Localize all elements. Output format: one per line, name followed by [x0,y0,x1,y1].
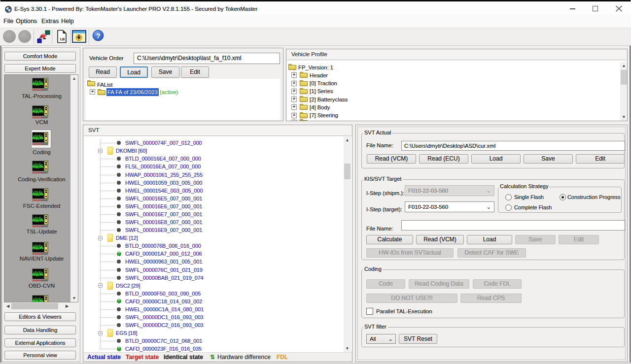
svg-text:LB: LB [60,37,65,41]
svg-text:?: ? [96,32,100,40]
